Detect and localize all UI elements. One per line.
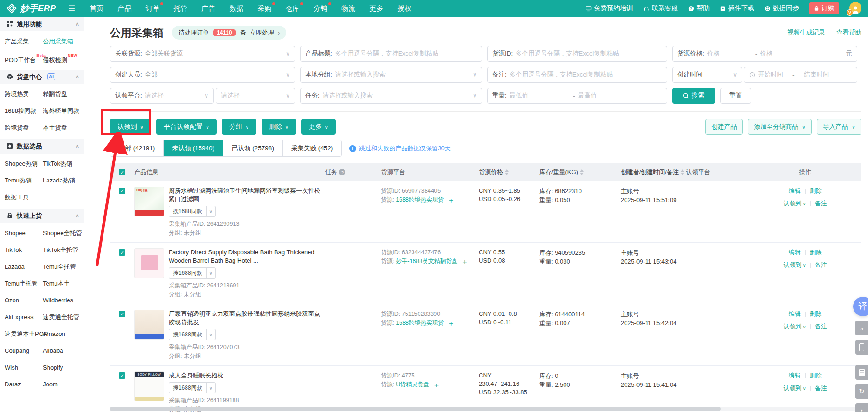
edit-link[interactable]: 编辑 (789, 310, 801, 317)
sidebar-item-1688-search-same[interactable]: 1688搜同款 (5, 103, 43, 119)
sort-icon[interactable] (580, 169, 584, 175)
sidebar-item-aliexpress-local-pop[interactable]: 速卖通本土POP (5, 326, 43, 342)
platform-claim-config-button[interactable]: 平台认领配置∨ (156, 119, 217, 135)
delete-link[interactable]: 删除 (810, 249, 822, 256)
product-image[interactable] (134, 310, 164, 340)
filter-task-select[interactable]: 任务: 请选择或输入搜索 ∨ (300, 88, 482, 104)
nav-ads[interactable]: 广告 (195, 0, 221, 17)
section-goods-center[interactable]: 货盘中心 AI ∧ (0, 70, 84, 84)
sidebar-item-coupang[interactable]: Coupang (5, 342, 43, 359)
product-title[interactable]: 厂家直销透明亚克力双面点胶带强粘性圆形纳米胶双面点胶现货批发 (169, 310, 325, 327)
filter-remark-input[interactable]: 备注: 多个用逗号分隔，支持Excel复制粘贴 (487, 67, 667, 83)
nav-logistics[interactable]: 物流 (335, 0, 361, 17)
sidebar-item-product-collection[interactable]: 产品采集 (5, 33, 43, 50)
sidebar-item-public-collection-box[interactable]: 公用采集箱 (43, 33, 84, 50)
sidebar-item-wish[interactable]: Wish (5, 359, 43, 376)
source-link[interactable]: 1688跨境热卖现货 (396, 196, 444, 204)
claim-to-link[interactable]: 认领到∨ (784, 384, 806, 391)
sidebar-item-temu-local[interactable]: Temu本土 (43, 275, 84, 292)
video-log-link[interactable]: 视频生成记录 (787, 28, 825, 37)
edit-link[interactable]: 编辑 (789, 187, 801, 194)
help-link[interactable]: ? 帮助 (688, 4, 710, 13)
sidebar-item-tiktok[interactable]: TikTok (5, 242, 43, 258)
add-source-icon[interactable]: ＋ (448, 319, 455, 328)
sidebar-item-aliexpress-full[interactable]: 速卖通全托管 (43, 309, 84, 326)
row-checkbox[interactable]: ✓ (119, 311, 125, 317)
sidebar-item-pod-workbench[interactable]: POD工作台Beta (5, 50, 43, 67)
product-title[interactable]: Factory Direct Supply Disposable Bath Ba… (169, 248, 325, 265)
delete-link[interactable]: 删除 (810, 310, 822, 317)
menu-toggle-icon[interactable]: ☰ (68, 4, 75, 14)
filter-local-group-select[interactable]: 本地分组: 请选择或输入搜索 ∨ (300, 67, 482, 83)
sidebar-item-shopee-hot[interactable]: Shopee热销 (5, 155, 43, 172)
sidebar-item-crossborder-hot[interactable]: 跨境热卖 (5, 86, 43, 103)
claim-to-link[interactable]: 认领到∨ (784, 261, 806, 268)
nav-warehouse[interactable]: 仓库 (279, 0, 305, 17)
edit-link[interactable]: 编辑 (789, 372, 801, 379)
source-link[interactable]: U货精灵货盘 (396, 380, 429, 389)
note-link[interactable]: 备注 (815, 261, 827, 268)
process-now-link[interactable]: 立即处理 (250, 28, 274, 37)
claim-to-link[interactable]: 认领到∨ (784, 200, 806, 207)
filter-source-price-range[interactable]: 货源价格: 价格 - 价格 元 (672, 46, 857, 62)
sidebar-item-overseas-ranking[interactable]: 海外榜单同款 (43, 103, 84, 119)
row-checkbox[interactable]: ✓ (119, 188, 125, 194)
product-image[interactable] (134, 248, 164, 278)
brand[interactable]: 妙手ERP (7, 2, 56, 14)
horizontal-scrollbar-thumb[interactable] (110, 407, 721, 411)
search-button[interactable]: 搜索 (672, 88, 715, 104)
section-quick-listing[interactable]: 快速上货 ∧ (0, 209, 84, 223)
search-1688-same-button[interactable]: 搜1688同款 ∨ (169, 206, 216, 217)
refresh-button[interactable]: ↻ (855, 384, 868, 399)
delete-link[interactable]: 删除 (810, 372, 822, 379)
search-1688-same-button[interactable]: 搜1688同款 ∨ (169, 382, 216, 393)
sidebar-item-shopee-full[interactable]: Shopee全托管 (43, 225, 84, 242)
sidebar-item-temu-semi[interactable]: Temu半托管 (5, 275, 43, 292)
section-data-selection[interactable]: 数据选品 ∧ (0, 139, 84, 154)
more-button[interactable]: 更多∨ (301, 119, 336, 135)
sidebar-item-data-tools[interactable]: 数据工具 (5, 189, 43, 206)
filter-weight-range[interactable]: 重量: 最低值 - 最高值 (487, 88, 667, 104)
sidebar-item-temu-full[interactable]: Temu全托管 (43, 258, 84, 275)
nav-purchasing[interactable]: 采购 (251, 0, 277, 17)
sidebar-item-temu-hot[interactable]: Temu热销 (5, 172, 43, 189)
source-link[interactable]: 妙手-1688英文精翻货盘 (396, 257, 457, 265)
sidebar-item-amazon[interactable]: Amazon (43, 326, 84, 342)
sidebar-item-crossborder-goods[interactable]: 跨境货盘 (5, 119, 43, 136)
sidebar-item-local-goods[interactable]: 本土货盘 (43, 119, 84, 136)
edit-link[interactable]: 编辑 (789, 249, 801, 256)
sidebar-item-aliexpress[interactable]: AliExpress (5, 309, 43, 326)
add-to-distribution-button[interactable]: 添加至分销商品∨ (748, 119, 812, 135)
mobile-preview-button[interactable] (855, 340, 868, 355)
filter-creator-select[interactable]: 创建人员: 全部 ∨ (110, 67, 295, 83)
sidebar-item-shopee[interactable]: Shopee (5, 225, 43, 242)
claim-to-link[interactable]: 认领到∨ (784, 323, 806, 330)
source-link[interactable]: 1688跨境热卖现货 (396, 319, 444, 327)
note-link[interactable]: 备注 (815, 200, 827, 207)
filter-claim-shop-select[interactable]: 请选择 ∨ (216, 88, 295, 104)
nav-distribution[interactable]: 分销 (307, 0, 333, 17)
plugin-download-link[interactable]: 插件下载 (720, 4, 754, 13)
note-link[interactable]: 备注 (815, 323, 827, 330)
collapse-panel-button[interactable]: » (855, 321, 868, 335)
nav-home[interactable]: 首页 (83, 0, 110, 17)
nav-orders[interactable]: 订单 (139, 0, 165, 17)
claim-to-button[interactable]: 认领到∨ (110, 119, 151, 135)
sidebar-item-joom[interactable]: Joom (43, 376, 84, 393)
sidebar-item-daraz[interactable]: Daraz (5, 376, 43, 393)
group-button[interactable]: 分组∨ (222, 119, 256, 135)
search-1688-same-button[interactable]: 搜1688同款 ∨ (169, 329, 216, 340)
row-checkbox[interactable]: ✓ (119, 372, 125, 379)
sidebar-item-tiktok-hot[interactable]: TikTok热销 (43, 155, 84, 172)
search-1688-same-button[interactable]: 搜1688同款 ∨ (169, 267, 216, 279)
sidebar-item-shopify[interactable]: Shopify (43, 359, 84, 376)
sidebar-item-alibaba[interactable]: Alibaba (43, 342, 84, 359)
filter-source-id-input[interactable]: 货源ID: 多个用逗号分隔，支持Excel复制粘贴 (487, 46, 667, 62)
section-general-functions[interactable]: 通用功能 ∧ (0, 17, 84, 31)
question-icon[interactable]: ? (339, 169, 345, 175)
nav-authorization[interactable]: 授权 (391, 0, 417, 17)
note-link[interactable]: 备注 (815, 384, 827, 391)
nav-data[interactable]: 数据 (223, 0, 249, 17)
tab-failed[interactable]: 采集失败 (452) (282, 140, 341, 156)
filter-claim-platform-select[interactable]: 认领平台: 请选择 ∨ (110, 88, 214, 104)
